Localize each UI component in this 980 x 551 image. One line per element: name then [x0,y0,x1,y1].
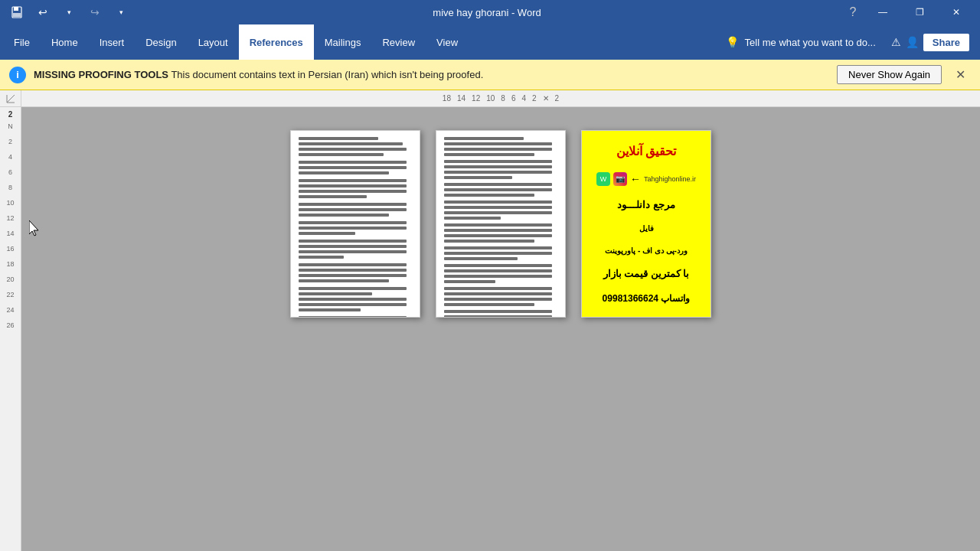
restore-button[interactable]: ❐ [902,0,937,24]
ad-types: ورد-پی دی اف - پاورپوینت [605,246,688,255]
redo-icon[interactable]: ↪ [84,2,106,23]
window-title: mive hay ghorani - Word [132,7,842,18]
share-button[interactable]: Share [923,34,969,51]
notification-message-body: This document contains text in Persian (… [171,69,483,80]
ad-file: فایل [639,224,654,233]
close-button[interactable]: ✕ [939,0,974,24]
notification-close-button[interactable]: ✕ [949,64,971,86]
tab-references[interactable]: References [239,24,314,60]
profile-icon: 👤 [906,36,919,48]
vertical-ruler: 2 N 2 4 6 8 10 12 14 16 18 20 22 24 26 [0,107,21,551]
rv-4: 4 [8,149,12,165]
pages-container: تحقیق آنلاین Tahghighonline.ir ← 📷 W مرج… [21,107,980,551]
ruler-x-icon: ✕ [541,94,551,103]
ad-site: Tahghighonline.ir [644,175,696,183]
ruler-2b: 2 [553,94,562,103]
svg-rect-2 [13,13,21,17]
minimize-button[interactable]: — [865,0,900,24]
ruler-2: 2 [530,94,539,103]
ruler-corner [0,90,21,107]
ad-site-row: Tahghighonline.ir ← 📷 W [596,172,696,186]
rv-10: 10 [6,195,14,210]
rv-26: 26 [6,318,14,333]
tab-insert[interactable]: Insert [89,24,136,60]
ad-price: با کمترین قیمت بازار [603,268,690,279]
ad-arrow-icon: ← [630,173,641,185]
never-show-again-button[interactable]: Never Show Again [837,65,942,84]
rv-8: 8 [8,180,12,195]
rv-22: 22 [6,287,14,302]
ad-title: تحقیق آنلاین [616,144,676,158]
title-bar-left: ↩ ▾ ↪ ▾ [6,2,132,23]
rv-2: 2 [8,134,12,149]
page-number-label: 2 [8,110,13,119]
ruler-4: 4 [519,94,528,103]
rv-n: N [8,119,13,134]
tab-mailings[interactable]: Mailings [314,24,372,60]
rv-16: 16 [6,241,14,256]
undo-icon[interactable]: ↩ [32,2,54,23]
svg-rect-1 [14,7,18,11]
notification-text: MISSING PROOFING TOOLS This document con… [34,69,829,80]
ruler-18: 18 [440,94,453,103]
page3-ad-content: تحقیق آنلاین Tahghighonline.ir ← 📷 W مرج… [582,131,710,317]
ribbon: File Home Insert Design Layout Reference… [0,24,980,60]
save-icon[interactable] [6,2,28,23]
notification-bar: i MISSING PROOFING TOOLS This document c… [0,60,980,90]
ad-instagram-icon: 📷 [613,172,627,186]
rv-24: 24 [6,302,14,318]
share-area: ⚠ 👤 Share [884,34,977,51]
rv-18: 18 [6,256,14,272]
document-area: 2 N 2 4 6 8 10 12 14 16 18 20 22 24 26 [0,107,980,551]
tell-me-area[interactable]: 💡 Tell me what you want to do... [718,36,884,48]
tab-view[interactable]: View [426,24,469,60]
ruler-10: 10 [484,94,497,103]
tab-file[interactable]: File [3,24,41,60]
rv-20: 20 [6,272,14,287]
ad-whatsapp-icon: W [596,172,610,186]
ruler-numbers: 18 14 12 10 8 6 4 2 ✕ 2 [21,90,980,107]
tab-review[interactable]: Review [371,24,426,60]
ad-phone: واتساپ 09981366624 [603,293,691,304]
tell-me-text: Tell me what you want to do... [745,37,876,48]
help-icon[interactable]: ? [842,2,864,23]
warning-icon: ⚠ [891,36,901,48]
rv-6: 6 [8,165,12,180]
ruler-8: 8 [498,94,508,103]
qat-dropdown[interactable]: ▾ [110,2,132,23]
rv-14: 14 [6,226,14,241]
tab-home[interactable]: Home [41,24,89,60]
page1-content [291,131,420,318]
page2-content [436,131,565,318]
tab-design[interactable]: Design [135,24,187,60]
ad-ref: مرجع دانلـــود [617,199,675,210]
title-bar-controls: ? — ❐ ✕ [842,0,974,24]
horizontal-ruler: 18 14 12 10 8 6 4 2 ✕ 2 [0,90,980,107]
notification-info-icon: i [9,67,26,83]
ruler-6: 6 [509,94,518,103]
tab-layout[interactable]: Layout [188,24,239,60]
title-bar: ↩ ▾ ↪ ▾ mive hay ghorani - Word ? — ❐ ✕ [0,0,980,24]
document-page-1[interactable] [290,130,420,318]
ruler-12: 12 [469,94,482,103]
document-page-2[interactable] [436,130,566,318]
undo-dropdown[interactable]: ▾ [58,2,80,23]
document-page-3[interactable]: تحقیق آنلاین Tahghighonline.ir ← 📷 W مرج… [581,130,711,318]
ruler-14: 14 [455,94,468,103]
rv-12: 12 [6,210,14,226]
notification-title: MISSING PROOFING TOOLS [34,69,168,80]
